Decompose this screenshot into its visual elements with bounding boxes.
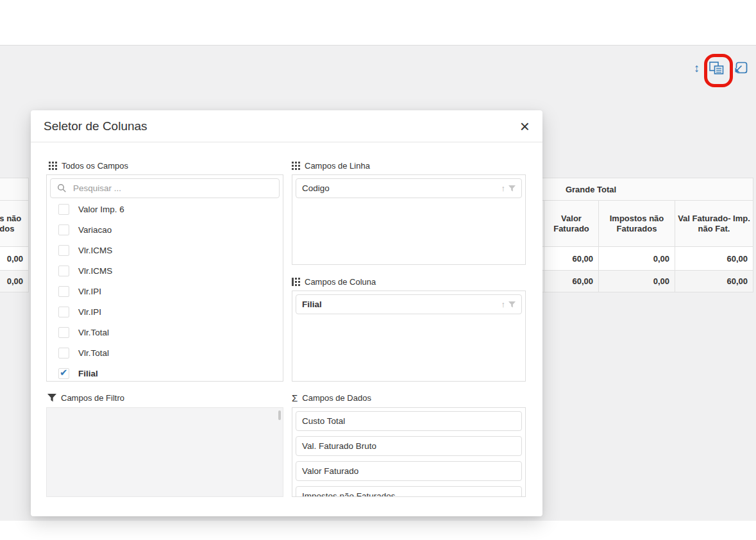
scrollbar-thumb[interactable] <box>278 410 281 420</box>
data-field-chip[interactable]: Impostos não Faturados <box>296 486 522 497</box>
filter-fields-section-header: Campos de Filtro <box>47 392 124 403</box>
sort-ascending-icon[interactable]: ↑ <box>501 184 506 192</box>
chip-label: Custo Total <box>302 416 345 426</box>
chip-label: Impostos não Faturados <box>302 491 396 497</box>
pivot-cell: 60,00 <box>544 247 598 270</box>
search-input[interactable] <box>50 178 280 198</box>
column-fields-icon <box>292 278 300 286</box>
checkbox[interactable] <box>58 327 69 338</box>
fields-tree: Valor Imp. 6 Variacao Vlr.ICMS Vlr.ICMS <box>47 199 283 381</box>
pivot-column-header: Valor Faturado <box>544 201 598 246</box>
search-box <box>50 178 280 198</box>
checkbox[interactable] <box>58 348 69 359</box>
checkbox[interactable] <box>58 307 69 317</box>
section-title: Todos os Campos <box>62 161 128 171</box>
pivot-cell: 0,00 <box>598 247 675 270</box>
field-item[interactable]: ✔ Filial <box>47 363 283 381</box>
field-label: Vlr.ICMS <box>78 246 112 255</box>
field-label: Vlr.Total <box>78 328 109 337</box>
section-title: Campos de Filtro <box>61 393 124 403</box>
column-header-label: Impostos não Faturados <box>601 214 672 234</box>
sort-ascending-icon[interactable]: ↑ <box>501 300 506 308</box>
expand-field-panel-icon: ↕ <box>694 62 700 74</box>
data-fields-section-header: Σ Campos de Dados <box>292 392 371 403</box>
field-label: Vlr.ICMS <box>78 266 112 276</box>
all-fields-icon <box>49 162 57 170</box>
export-button[interactable] <box>734 61 748 75</box>
chip-label: Valor Faturado <box>302 466 358 476</box>
filter-fields-area[interactable] <box>46 407 283 497</box>
checkbox[interactable] <box>58 286 69 297</box>
field-filter-icon[interactable] <box>508 301 516 308</box>
checkbox[interactable] <box>58 224 69 235</box>
dialog-body: Todos os Campos Campos de Linha <box>31 142 542 516</box>
checkbox[interactable] <box>58 204 69 215</box>
field-item[interactable]: Variacao <box>47 219 283 240</box>
checkbox[interactable] <box>58 266 69 276</box>
row-field-chip[interactable]: Codigo ↑ <box>296 178 522 198</box>
dialog-title: Seletor de Colunas <box>44 119 147 133</box>
sigma-icon: Σ <box>292 393 298 403</box>
field-item[interactable]: Vlr.Total <box>47 322 283 342</box>
pivot-cell: 0,00 <box>0 247 29 271</box>
field-item[interactable]: Vlr.Total <box>47 342 283 363</box>
grand-total-label: Grande Total <box>566 185 616 194</box>
row-fields-section-header: Campos de Linha <box>292 160 370 171</box>
chip-label: Filial <box>302 300 322 309</box>
pivot-cell: 60,00 <box>675 247 753 270</box>
column-chooser-icon <box>708 60 725 76</box>
field-label: Vlr.IPI <box>78 287 101 296</box>
field-item[interactable]: Vlr.ICMS <box>47 240 283 260</box>
pivot-total-cell: 0,00 <box>598 271 675 292</box>
all-fields-list: Valor Imp. 6 Variacao Vlr.ICMS Vlr.ICMS <box>46 174 283 382</box>
checkbox-checked[interactable]: ✔ <box>58 368 69 379</box>
pivot-total-cell: 0,00 <box>0 271 29 292</box>
field-label: Variacao <box>78 225 112 235</box>
data-field-chip[interactable]: Custo Total <box>296 411 522 431</box>
data-fields-area: Custo Total Val. Faturado Bruto Valor Fa… <box>292 407 526 497</box>
section-title: Campos de Linha <box>305 161 370 171</box>
filter-icon <box>47 394 56 402</box>
all-fields-section-header: Todos os Campos <box>49 160 128 171</box>
data-field-chip[interactable]: Valor Faturado <box>296 461 522 481</box>
column-field-chip[interactable]: Filial ↑ <box>296 294 522 314</box>
field-item[interactable]: Vlr.IPI <box>47 281 283 301</box>
row-fields-area: Codigo ↑ <box>292 174 526 265</box>
chip-icons: ↑ <box>501 184 516 192</box>
pivot-column-header: Impostos não Faturados <box>0 201 29 247</box>
column-fields-area: Filial ↑ <box>292 291 526 382</box>
row-fields-icon <box>292 162 300 170</box>
page: Impostos não Faturados 0,00 0,00 Grande … <box>0 0 756 540</box>
section-title: Campos de Coluna <box>305 277 376 287</box>
field-item[interactable]: Valor Imp. 6 <box>47 199 283 219</box>
column-chooser-dialog: Seletor de Colunas × Todos os Campos <box>31 110 542 516</box>
pivot-toolbar: ↕ <box>694 60 748 76</box>
section-title: Campos de Dados <box>302 393 371 403</box>
column-fields-section-header: Campos de Coluna <box>292 276 376 287</box>
field-filter-icon[interactable] <box>508 185 516 192</box>
pivot-column-header: Val Faturado- Imp. não Fat. <box>675 201 753 246</box>
checkbox[interactable] <box>58 245 69 256</box>
field-label: Valor Imp. 6 <box>78 205 124 214</box>
checkmark-icon: ✔ <box>60 367 68 377</box>
dialog-header: Seletor de Colunas × <box>31 110 542 142</box>
chip-icons: ↑ <box>501 300 516 308</box>
pivot-total-cell: 60,00 <box>544 271 598 292</box>
data-field-chip[interactable]: Val. Faturado Bruto <box>296 436 522 456</box>
search-icon <box>57 183 67 193</box>
pivot-grid-left-fragment: Impostos não Faturados 0,00 0,00 <box>0 178 29 292</box>
field-label: Filial <box>78 369 98 378</box>
column-header-label: Valor Faturado <box>547 214 596 234</box>
field-item[interactable]: Vlr.IPI <box>47 301 283 322</box>
pivot-group-header-cell <box>0 178 29 201</box>
field-label: Vlr.Total <box>78 348 109 358</box>
chip-label: Codigo <box>302 183 330 193</box>
pivot-column-header: Impostos não Faturados <box>598 201 675 246</box>
expand-field-panel-button[interactable]: ↕ <box>694 62 700 74</box>
export-icon <box>734 61 748 75</box>
close-icon[interactable]: × <box>520 118 530 135</box>
field-label: Vlr.IPI <box>78 307 101 317</box>
column-chooser-button[interactable] <box>708 60 725 76</box>
chip-label: Val. Faturado Bruto <box>302 441 376 451</box>
field-item[interactable]: Vlr.ICMS <box>47 260 283 281</box>
